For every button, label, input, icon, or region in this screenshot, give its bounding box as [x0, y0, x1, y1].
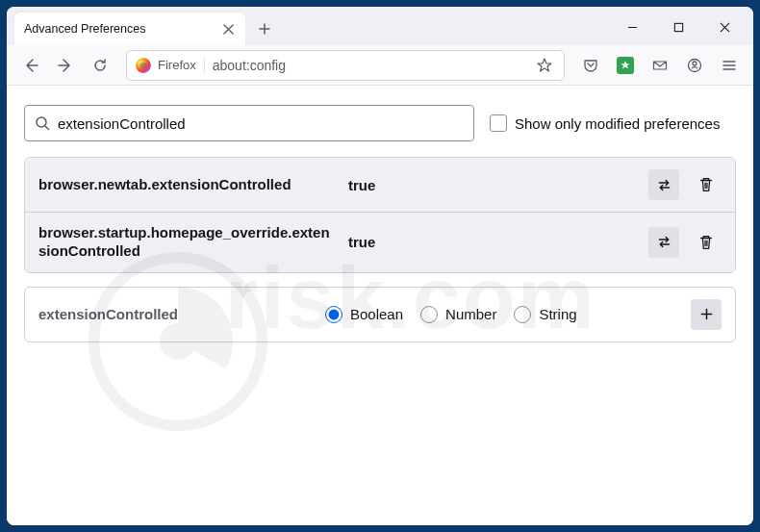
checkbox-icon[interactable]: [490, 114, 507, 132]
trash-icon: [697, 176, 715, 193]
identity-label: Firefox: [158, 58, 196, 72]
search-row: Show only modified preferences: [24, 105, 736, 141]
close-window-button[interactable]: [703, 13, 746, 42]
close-tab-button[interactable]: [220, 21, 236, 37]
search-box[interactable]: [24, 105, 474, 141]
reload-icon: [92, 58, 108, 73]
type-boolean-label: Boolean: [350, 306, 403, 322]
maximize-icon: [673, 22, 684, 33]
extension-icon: [617, 57, 634, 74]
type-string-label: String: [539, 306, 576, 322]
trash-icon: [697, 234, 715, 251]
pref-name: browser.startup.homepage_override.extens…: [38, 224, 337, 261]
hamburger-icon: [722, 58, 737, 73]
minimize-icon: [627, 22, 638, 33]
maximize-button[interactable]: [657, 13, 699, 42]
add-button[interactable]: [691, 299, 722, 330]
pocket-icon: [583, 58, 598, 73]
toggle-button[interactable]: [648, 169, 679, 200]
add-pref-name: extensionControlled: [38, 306, 308, 322]
pocket-button[interactable]: [574, 50, 607, 81]
forward-button[interactable]: [49, 50, 82, 81]
radio-icon: [420, 306, 438, 323]
about-config-content: Show only modified preferences browser.n…: [7, 86, 753, 525]
url-bar[interactable]: Firefox about:config: [126, 50, 565, 81]
pref-row: browser.newtab.extensionControlled true: [25, 158, 735, 213]
close-icon: [720, 22, 730, 33]
reload-button[interactable]: [84, 50, 116, 81]
pref-list: browser.newtab.extensionControlled true …: [24, 157, 736, 273]
search-input[interactable]: [58, 115, 464, 132]
firefox-logo-icon: [135, 57, 152, 74]
type-string-radio[interactable]: String: [514, 306, 576, 323]
svg-point-4: [693, 62, 697, 65]
back-button[interactable]: [14, 50, 47, 81]
mail-icon: [652, 58, 668, 73]
pref-value: true: [348, 177, 375, 193]
svg-rect-0: [674, 23, 682, 31]
type-number-radio[interactable]: Number: [420, 306, 496, 323]
tab-title: Advanced Preferences: [24, 22, 220, 36]
account-button[interactable]: [678, 50, 711, 81]
delete-button[interactable]: [691, 227, 722, 258]
radio-icon: [514, 306, 531, 323]
toggle-button[interactable]: [648, 227, 679, 258]
swap-icon: [656, 234, 672, 250]
pref-name: browser.newtab.extensionControlled: [38, 176, 337, 194]
identity-box[interactable]: Firefox: [135, 57, 205, 74]
bookmark-button[interactable]: [533, 54, 556, 77]
extension-button[interactable]: [609, 50, 642, 81]
pref-value: true: [348, 234, 375, 250]
close-icon: [223, 24, 234, 35]
window-controls: [611, 13, 746, 42]
plus-icon: [259, 23, 270, 35]
modified-filter-label: Show only modified preferences: [515, 115, 720, 132]
add-pref-row: extensionControlled Boolean Number Strin…: [25, 288, 735, 342]
swap-icon: [656, 177, 672, 193]
type-boolean-radio[interactable]: Boolean: [325, 306, 403, 323]
modified-filter[interactable]: Show only modified preferences: [490, 114, 720, 132]
type-number-label: Number: [445, 306, 496, 322]
pref-row: browser.startup.homepage_override.extens…: [25, 213, 735, 272]
toolbar-right: [574, 50, 746, 81]
browser-window: Advanced Preferences: [7, 7, 753, 525]
new-tab-button[interactable]: [251, 15, 278, 42]
arrow-right-icon: [58, 58, 73, 73]
tab-advanced-preferences[interactable]: Advanced Preferences: [14, 13, 245, 45]
url-text: about:config: [213, 58, 525, 73]
radio-input[interactable]: [325, 306, 342, 323]
add-pref-block: extensionControlled Boolean Number Strin…: [24, 287, 736, 342]
arrow-left-icon: [23, 58, 38, 73]
tab-bar: Advanced Preferences: [7, 7, 753, 45]
delete-button[interactable]: [691, 169, 722, 200]
mail-button[interactable]: [644, 50, 676, 81]
account-icon: [687, 58, 702, 73]
app-menu-button[interactable]: [713, 50, 746, 81]
minimize-button[interactable]: [611, 13, 653, 42]
plus-icon: [698, 306, 715, 322]
star-icon: [537, 58, 552, 73]
search-icon: [35, 115, 50, 131]
toolbar: Firefox about:config: [7, 45, 753, 86]
svg-point-2: [140, 62, 147, 68]
